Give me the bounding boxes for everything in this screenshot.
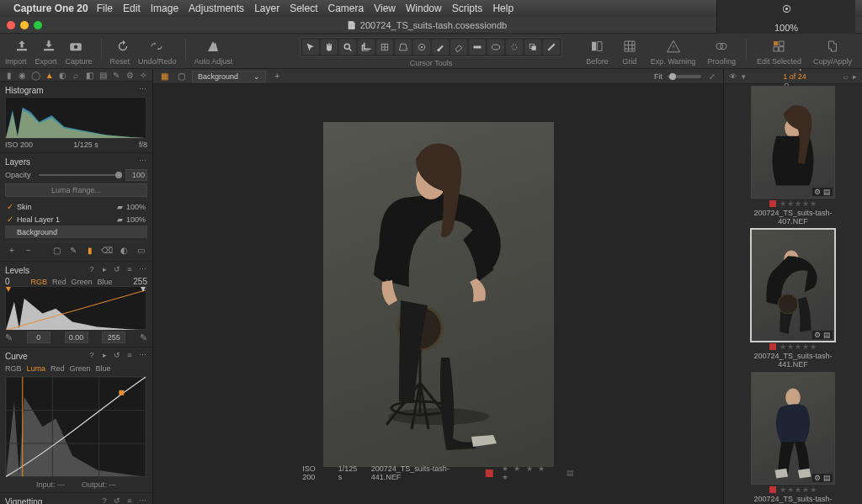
preset-icon[interactable]: ≡	[125, 265, 135, 275]
annotate-tool[interactable]	[543, 40, 560, 55]
delete-layer-icon[interactable]: −	[22, 244, 35, 256]
view-grid-icon[interactable]: ▦	[158, 72, 170, 82]
keystone-tool[interactable]	[395, 40, 412, 55]
menu-help[interactable]: Help	[492, 3, 513, 14]
tab-color-icon[interactable]: ▲	[44, 69, 56, 81]
black-picker-icon[interactable]: ✎	[5, 332, 13, 343]
tab-meta-icon[interactable]: ✎	[110, 69, 122, 81]
view-single-icon[interactable]: ▢	[175, 72, 187, 82]
before-button[interactable]	[588, 37, 606, 56]
levels-in-low[interactable]: 0	[27, 332, 51, 343]
tab-lens-icon[interactable]: ◯	[30, 69, 42, 81]
layer-background[interactable]: ✓Background	[5, 225, 147, 238]
search-icon[interactable]: ⌕	[843, 72, 848, 81]
mask-eraser-icon[interactable]: ⌫	[100, 244, 114, 256]
close-window[interactable]	[7, 21, 15, 29]
tab-capture-icon[interactable]: ◉	[17, 69, 29, 81]
radial-tool[interactable]	[487, 40, 504, 55]
tab-adjust-icon[interactable]: ⚙	[124, 69, 136, 81]
rating-stars[interactable]: ★★★★★	[780, 485, 817, 494]
mask-clear-icon[interactable]: ▭	[134, 244, 147, 256]
gear-icon[interactable]: ⚙ ▤	[812, 474, 833, 482]
expand-viewer-icon[interactable]: ⤢	[706, 72, 718, 82]
color-tag[interactable]	[769, 343, 776, 350]
app-name[interactable]: Capture One 20	[13, 3, 88, 14]
white-picker-icon[interactable]: ✎	[140, 332, 147, 343]
preset-icon[interactable]: ≡	[125, 351, 135, 361]
reset-icon[interactable]: ↺	[112, 265, 122, 275]
rotate-tool[interactable]	[376, 40, 393, 55]
thumbnail[interactable]: ⚙ ▤ ★★★★★ 200724_TS_suits-tash-478.NEF	[751, 372, 835, 504]
capture-button[interactable]	[67, 37, 85, 56]
heal-tool[interactable]	[506, 40, 523, 55]
variant-icon[interactable]: ▤	[567, 469, 574, 477]
mask-gradient-icon[interactable]: ▮	[83, 244, 97, 256]
auto-icon[interactable]: ▸	[99, 265, 109, 275]
layer-heal[interactable]: ✓Heal Layer 1▰100%	[5, 213, 147, 225]
menu-layer[interactable]: Layer	[254, 3, 279, 14]
panel-menu-icon[interactable]: ⋯	[137, 496, 147, 504]
pan-tool[interactable]	[321, 40, 338, 55]
export-button[interactable]	[40, 37, 58, 56]
thumbnail[interactable]: ⚙ ▤ ★★★★★ 200724_TS_suits-tash-407.NEF	[751, 86, 835, 225]
color-tag[interactable]	[769, 200, 776, 207]
chan-red[interactable]: Red	[52, 278, 67, 286]
rating-stars[interactable]: ★ ★ ★ ★ ★	[502, 464, 558, 481]
preset-icon[interactable]: ≡	[125, 496, 135, 504]
tab-library-icon[interactable]: ▮	[3, 69, 15, 81]
help-icon[interactable]: ?	[99, 496, 109, 504]
chan-blue[interactable]: Blue	[97, 278, 112, 286]
menu-edit[interactable]: Edit	[123, 3, 141, 14]
import-button[interactable]	[13, 37, 31, 56]
gear-icon[interactable]: ⚙ ▤	[812, 188, 833, 196]
tab-quick-icon[interactable]: ✧	[137, 69, 149, 81]
levels-in-mid[interactable]: 0.00	[65, 332, 88, 343]
minimize-window[interactable]	[20, 21, 29, 29]
help-icon[interactable]: ?	[87, 351, 97, 361]
mask-brush-icon[interactable]: ✎	[67, 244, 80, 256]
curve-green[interactable]: Green	[70, 364, 91, 373]
menu-window[interactable]: Window	[406, 3, 442, 14]
viewer-canvas[interactable]: ISO 200 1/125 s 200724_TS_suits-tash-441…	[153, 84, 723, 504]
auto-adjust-button[interactable]	[204, 37, 222, 56]
curve-red[interactable]: Red	[51, 364, 65, 373]
edit-selected-button[interactable]	[769, 37, 788, 56]
brush-tool[interactable]	[432, 40, 449, 55]
panel-menu-icon[interactable]: ⋯	[137, 85, 147, 95]
chan-green[interactable]: Green	[71, 278, 92, 286]
rating-stars[interactable]: ★★★★★	[780, 342, 817, 351]
menu-camera[interactable]: Camera	[328, 3, 364, 14]
help-icon[interactable]: ?	[87, 265, 97, 275]
menu-select[interactable]: Select	[290, 3, 317, 14]
zoom-tool[interactable]	[339, 40, 356, 55]
curve-blue[interactable]: Blue	[96, 364, 111, 373]
select-tool[interactable]	[302, 40, 319, 55]
levels-in-high[interactable]: 255	[102, 332, 125, 343]
eraser-tool[interactable]	[450, 40, 467, 55]
chan-rgb[interactable]: RGB	[30, 278, 47, 286]
tab-style-icon[interactable]: ◧	[83, 69, 95, 81]
filter-icon[interactable]: ▾	[742, 72, 746, 81]
curve-luma[interactable]: Luma	[27, 364, 46, 373]
curve-graph[interactable]	[5, 376, 146, 477]
thumbnail-strip[interactable]: ⚙ ▤ ★★★★★ 200724_TS_suits-tash-407.NEF ⚙…	[724, 84, 862, 504]
proofing-button[interactable]	[712, 37, 731, 56]
panel-menu-icon[interactable]: ⋯	[137, 351, 147, 361]
exp-warning-button[interactable]	[664, 37, 683, 56]
reset-button[interactable]	[114, 37, 132, 56]
opacity-slider[interactable]	[39, 174, 122, 176]
layer-select[interactable]: Background⌄	[192, 71, 266, 82]
grid-button[interactable]	[620, 37, 639, 56]
luma-range-button[interactable]: Luma Range...	[5, 183, 147, 197]
opacity-value[interactable]: 100	[125, 169, 147, 181]
panel-menu-icon[interactable]: ⋯	[137, 157, 147, 167]
panel-menu-icon[interactable]: ⋯	[137, 265, 147, 275]
overlay-tool[interactable]	[524, 40, 541, 55]
spot-tool[interactable]	[413, 40, 430, 55]
sort-icon[interactable]: 👁	[729, 72, 737, 81]
add-layer-icon[interactable]: +	[5, 244, 19, 256]
browser-menu-icon[interactable]: ▸	[853, 72, 857, 81]
gradient-tool[interactable]	[469, 40, 486, 55]
auto-icon[interactable]: ▸	[99, 351, 109, 361]
curve-rgb[interactable]: RGB	[5, 364, 22, 373]
